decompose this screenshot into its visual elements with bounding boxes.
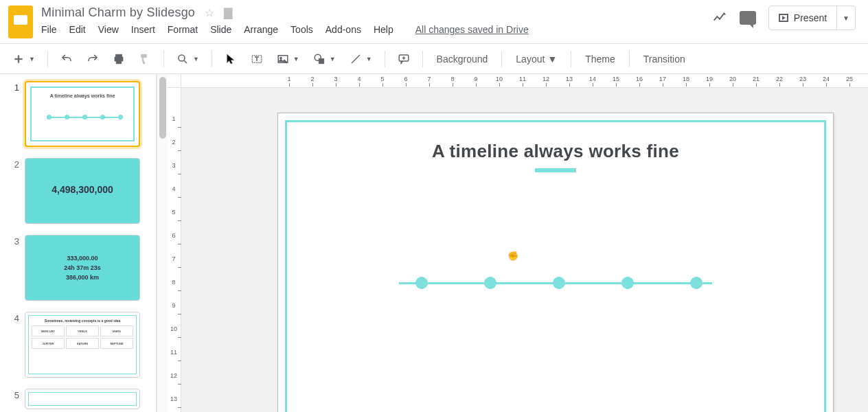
timeline-dot-2[interactable] — [484, 277, 496, 289]
present-label: Present — [794, 12, 827, 23]
slides-logo[interactable] — [8, 5, 36, 33]
menu-tools[interactable]: Tools — [290, 24, 313, 35]
slide-thumb-4[interactable]: 4 Sometimes, reviewing concepts is a goo… — [10, 312, 152, 378]
comment-button[interactable] — [392, 49, 415, 69]
ruler-corner — [168, 74, 181, 88]
menu-view[interactable]: View — [98, 24, 119, 35]
title-block: Minimal Charm by Slidesgo ☆ ▇ File Edit … — [41, 5, 712, 35]
ruler-horizontal[interactable]: 1234567891011121314151617181920212223242… — [181, 74, 868, 88]
title-right: Present ▼ — [712, 5, 860, 30]
canvas-viewport[interactable]: A timeline always works fine ✊ — [181, 88, 868, 412]
menu-edit[interactable]: Edit — [69, 24, 86, 35]
timeline-dot-4[interactable] — [621, 277, 634, 289]
slide-thumb-3[interactable]: 3 333,000.0024h 37m 23s386,000 km — [10, 235, 152, 301]
star-icon[interactable]: ☆ — [205, 6, 214, 19]
present-button[interactable]: Present — [769, 12, 836, 23]
timeline-dot-1[interactable] — [415, 277, 428, 289]
menu-insert[interactable]: Insert — [131, 24, 155, 35]
menu-format[interactable]: Format — [168, 24, 198, 35]
menu-arrange[interactable]: Arrange — [244, 24, 278, 35]
workspace: 1 A timeline always works fine 2 4,498,3… — [0, 74, 868, 412]
ruler-vertical[interactable]: 12345678910111213 — [168, 88, 181, 412]
slide-canvas[interactable]: A timeline always works fine ✊ — [277, 113, 834, 412]
textbox-tool[interactable] — [245, 49, 269, 69]
document-title[interactable]: Minimal Charm by Slidesgo — [41, 5, 195, 20]
layout-button[interactable]: Layout▼ — [509, 49, 564, 69]
line-tool[interactable]: ▼ — [344, 49, 378, 69]
menu-bar: File Edit View Insert Format Slide Arran… — [41, 24, 712, 35]
svg-point-0 — [179, 55, 185, 61]
comments-icon[interactable] — [740, 11, 756, 25]
undo-button[interactable] — [55, 49, 78, 69]
menu-addons[interactable]: Add-ons — [326, 24, 361, 35]
image-tool[interactable]: ▼ — [271, 49, 305, 69]
move-folder-icon[interactable]: ▇ — [224, 6, 232, 19]
slide-thumb-1[interactable]: 1 A timeline always works fine — [10, 81, 152, 147]
theme-button[interactable]: Theme — [578, 49, 622, 69]
shape-tool[interactable]: ▼ — [308, 49, 341, 69]
present-icon — [779, 14, 788, 22]
slide-border-decoration — [285, 120, 826, 412]
canvas-area: 1234567891011121314151617181920212223242… — [168, 74, 868, 412]
film-strip-scrollbar[interactable] — [157, 74, 168, 412]
svg-rect-5 — [319, 58, 324, 64]
paint-format-button — [133, 49, 157, 69]
toolbar: ▼ ▼ ▼ ▼ ▼ Background Layout▼ Theme Trans… — [0, 44, 868, 74]
slide-title[interactable]: A timeline always works fine — [278, 141, 833, 162]
film-strip[interactable]: 1 A timeline always works fine 2 4,498,3… — [0, 74, 157, 412]
slide-thumb-2[interactable]: 2 4,498,300,000 — [10, 158, 152, 224]
new-slide-button[interactable]: ▼ — [7, 49, 41, 69]
timeline-dot-5[interactable] — [690, 277, 703, 289]
timeline-dot-3[interactable] — [553, 277, 565, 289]
present-button-group: Present ▼ — [768, 5, 856, 30]
zoom-button[interactable]: ▼ — [171, 49, 205, 69]
select-tool[interactable] — [219, 49, 242, 69]
activity-icon[interactable] — [712, 10, 727, 27]
background-button[interactable]: Background — [430, 49, 495, 69]
redo-button[interactable] — [81, 49, 104, 69]
menu-slide[interactable]: Slide — [210, 24, 231, 35]
menu-file[interactable]: File — [41, 24, 57, 35]
print-button[interactable] — [107, 49, 130, 69]
menu-help[interactable]: Help — [374, 24, 393, 35]
transition-button[interactable]: Transition — [637, 49, 692, 69]
slide-thumb-5[interactable]: 5 — [10, 389, 152, 409]
title-bar: Minimal Charm by Slidesgo ☆ ▇ File Edit … — [0, 0, 868, 44]
title-underline — [535, 168, 576, 172]
save-status[interactable]: All changes saved in Drive — [415, 24, 529, 35]
present-dropdown[interactable]: ▼ — [836, 6, 855, 30]
